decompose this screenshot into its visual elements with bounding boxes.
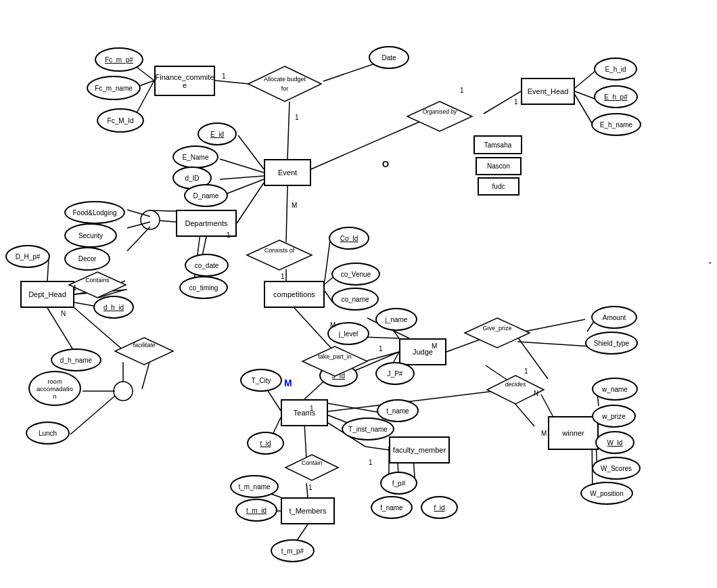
rel-facilitate: facilitate bbox=[114, 336, 175, 367]
attr-fc-m-name: Fc_m_name bbox=[87, 76, 141, 100]
attr-lunch: Lunch bbox=[26, 422, 70, 445]
svg-text:decides: decides bbox=[505, 381, 526, 388]
svg-marker-85 bbox=[302, 346, 367, 376]
label-1-teams-faculty: 1 bbox=[310, 405, 314, 412]
svg-line-75 bbox=[328, 389, 511, 411]
attr-e-h-name: E_h_name bbox=[591, 113, 641, 136]
entity-competitions: competitions bbox=[264, 281, 325, 308]
attr-t-m-id: t_m_id bbox=[235, 499, 277, 522]
svg-line-27 bbox=[127, 227, 150, 251]
rel-contain: Contain bbox=[284, 453, 340, 483]
svg-line-8 bbox=[220, 176, 264, 179]
svg-line-25 bbox=[127, 210, 150, 217]
attr-room-acc: roomaccomadation bbox=[28, 371, 81, 406]
svg-line-63 bbox=[296, 524, 308, 541]
entity-finance-committee: Finance_commite e bbox=[154, 66, 215, 96]
svg-marker-78 bbox=[248, 66, 321, 101]
svg-marker-81 bbox=[407, 101, 472, 131]
svg-line-34 bbox=[47, 258, 49, 281]
svg-line-56 bbox=[365, 447, 389, 450]
attr-d-name: D_name bbox=[184, 184, 228, 207]
svg-point-23 bbox=[141, 210, 160, 229]
attr-e-h-p: E_h_p# bbox=[594, 85, 638, 108]
label-m-event-consists: M bbox=[292, 202, 297, 209]
svg-line-16 bbox=[286, 186, 287, 242]
attr-e-name: E_Name bbox=[172, 145, 218, 168]
entity-fudc: fudc bbox=[478, 177, 519, 196]
attr-amount: Amount bbox=[591, 306, 637, 329]
attr-e-h-id: E_h_id bbox=[594, 58, 637, 81]
attr-f-name: f_name bbox=[371, 496, 413, 519]
label-1-dept-consists: 1 bbox=[227, 231, 231, 239]
attr-fc-m-p: Fc_m_p# bbox=[95, 47, 143, 72]
svg-marker-87 bbox=[465, 318, 530, 348]
svg-line-42 bbox=[294, 308, 331, 348]
attr-w-name: w_name bbox=[592, 378, 638, 401]
label-m-decides-winner: M bbox=[541, 430, 547, 437]
label-m-comp-tpi: M bbox=[330, 321, 336, 329]
label-1-org-eh: 1 bbox=[514, 98, 518, 106]
rel-give-prize: Give_prize bbox=[463, 317, 531, 350]
entity-event: Event bbox=[264, 159, 311, 186]
attr-t-city: T_City bbox=[240, 369, 282, 392]
svg-marker-91 bbox=[285, 455, 338, 480]
attr-j-p: J_P# bbox=[375, 362, 415, 385]
attr-f-p: f_p# bbox=[380, 472, 417, 495]
label-1-fc-allocate: 1 bbox=[222, 72, 226, 80]
attr-co-venue: co_Venue bbox=[331, 263, 380, 286]
entity-faculty-member: faculty_member bbox=[389, 436, 450, 463]
label-1-gp-winner: 1 bbox=[524, 367, 528, 375]
rel-take-part-in: take_part_in bbox=[301, 345, 369, 379]
label-1-allocate-event: 1 bbox=[295, 114, 299, 121]
label-1-judge-tpi: 1 bbox=[379, 345, 383, 353]
entity-judge: Judge bbox=[399, 338, 446, 365]
rel-organised-by: Organised by bbox=[406, 100, 473, 134]
attr-food-lodging: Food&Lodging bbox=[64, 201, 125, 224]
attr-t-m-p: t_m_p# bbox=[271, 539, 315, 562]
svg-line-15 bbox=[237, 183, 264, 223]
attr-shield-type: Shield_type bbox=[585, 332, 638, 355]
svg-line-19 bbox=[325, 277, 333, 284]
svg-line-28 bbox=[160, 221, 176, 222]
label-o-event: O bbox=[382, 159, 389, 169]
svg-line-6 bbox=[238, 135, 264, 169]
attr-t-m-name: t_m_name bbox=[230, 475, 279, 498]
attr-co-timing: co_timing bbox=[179, 276, 228, 299]
attr-t-id: t_id bbox=[247, 432, 284, 455]
svg-marker-83 bbox=[247, 240, 312, 270]
attr-t-inst-name: T_inst_name bbox=[342, 417, 394, 440]
dash-marker: - bbox=[708, 257, 712, 268]
rel-allocate-budget: Allocate budget for bbox=[247, 65, 323, 106]
attr-f-id: f_id bbox=[421, 496, 458, 519]
label-n-depthead-contains: N bbox=[61, 310, 66, 317]
entity-event-head: Event_Head bbox=[521, 78, 575, 105]
svg-text:Consists of: Consists of bbox=[264, 247, 295, 254]
svg-point-38 bbox=[114, 382, 133, 401]
svg-line-12 bbox=[575, 71, 595, 88]
attr-co-date: co_date bbox=[185, 254, 229, 277]
svg-line-26 bbox=[127, 222, 150, 228]
svg-line-24 bbox=[150, 210, 176, 211]
svg-text:Give_prize: Give_prize bbox=[482, 325, 511, 332]
svg-text:Contain: Contain bbox=[301, 459, 322, 466]
rel-consists-of: Consists of bbox=[246, 239, 313, 273]
svg-marker-95 bbox=[69, 272, 126, 298]
svg-text:take_part_in: take_part_in bbox=[318, 353, 352, 360]
attr-co-id: Co_Id bbox=[329, 227, 369, 250]
svg-line-7 bbox=[220, 159, 264, 173]
svg-line-41 bbox=[70, 396, 115, 434]
entity-t-members: t_Members bbox=[281, 497, 335, 524]
attr-security: Security bbox=[64, 223, 117, 248]
svg-line-4 bbox=[287, 101, 290, 159]
attr-w-position: W_position bbox=[580, 482, 633, 505]
attr-e-id: E_id bbox=[198, 122, 237, 145]
attr-w-scores: W_Scores bbox=[592, 457, 641, 480]
entity-winner: winner bbox=[548, 416, 599, 450]
entity-dept-head: Dept_Head bbox=[20, 281, 74, 308]
svg-text:for: for bbox=[281, 85, 289, 92]
svg-text:Contains: Contains bbox=[85, 277, 110, 284]
attr-decor: Decor bbox=[64, 247, 110, 271]
attr-co-name: co_name bbox=[331, 288, 379, 311]
entity-tamsaha: Tamsaha bbox=[473, 135, 522, 154]
er-diagram-canvas: Finance_commite e Event Departments comp… bbox=[0, 0, 717, 588]
